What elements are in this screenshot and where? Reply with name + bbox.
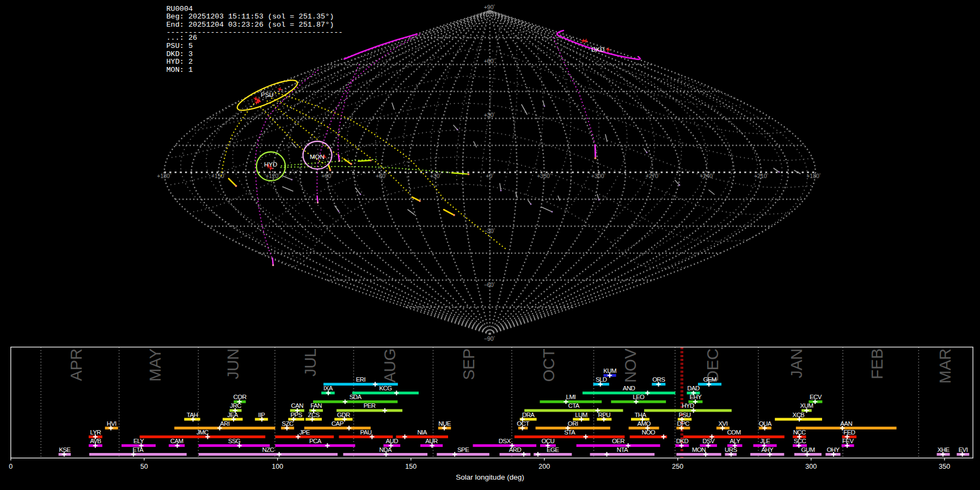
svg-text:MON: 1: MON: 1 xyxy=(167,66,193,74)
svg-text:+60°: +60° xyxy=(376,173,387,179)
svg-text:QUA: QUA xyxy=(759,420,772,427)
svg-text:CAM: CAM xyxy=(170,438,183,444)
svg-text:AAN: AAN xyxy=(840,420,852,427)
svg-text:50: 50 xyxy=(140,463,148,470)
svg-text:LMI: LMI xyxy=(566,394,576,400)
svg-text:STA: STA xyxy=(564,429,575,436)
svg-text:MON: MON xyxy=(310,154,324,160)
svg-text:OHY: OHY xyxy=(826,446,840,453)
svg-text:AUG: AUG xyxy=(381,348,399,383)
svg-text:LEO: LEO xyxy=(633,394,645,400)
svg-text:NTA: NTA xyxy=(617,446,628,453)
svg-text:JEA: JEA xyxy=(228,412,238,418)
svg-text:EVI: EVI xyxy=(959,446,968,453)
svg-text:DPC: DPC xyxy=(677,420,690,427)
svg-text:XHE: XHE xyxy=(938,446,950,453)
svg-text:AHY: AHY xyxy=(761,446,774,453)
svg-text:+30°: +30° xyxy=(430,173,442,179)
svg-text:+90°: +90° xyxy=(321,173,333,179)
svg-text:+180°: +180° xyxy=(157,173,171,179)
svg-text:EHY: EHY xyxy=(689,394,702,400)
svg-text:JLE: JLE xyxy=(760,438,770,444)
svg-text:HYD: HYD xyxy=(264,161,277,168)
svg-text:KUM: KUM xyxy=(603,367,616,374)
svg-text:NZC: NZC xyxy=(262,446,274,453)
svg-text:NDA: NDA xyxy=(379,446,392,453)
svg-text:ETA: ETA xyxy=(132,446,144,453)
svg-text:JPE: JPE xyxy=(299,429,310,436)
svg-text:PAU: PAU xyxy=(360,429,372,436)
svg-text:DSX: DSX xyxy=(499,438,511,444)
svg-text:LUM: LUM xyxy=(575,412,587,418)
svg-text:PSU: 5: PSU: 5 xyxy=(167,42,193,50)
svg-text:ELY: ELY xyxy=(133,438,144,444)
svg-text:+120°: +120° xyxy=(266,173,280,179)
svg-text:SLD: SLD xyxy=(596,376,607,383)
svg-text:ALY: ALY xyxy=(730,438,740,444)
svg-text:+300°: +300° xyxy=(591,173,606,179)
svg-text:JUN: JUN xyxy=(224,348,242,379)
svg-text:XCB: XCB xyxy=(793,412,805,418)
svg-text:GDR: GDR xyxy=(337,412,350,418)
svg-text:+240°: +240° xyxy=(700,173,714,179)
svg-text:FED: FED xyxy=(843,429,855,436)
svg-text:JMC: JMC xyxy=(197,429,209,436)
svg-text:MAY: MAY xyxy=(146,348,164,382)
svg-text:XUM: XUM xyxy=(800,402,813,409)
svg-text:NOO: NOO xyxy=(642,429,656,436)
svg-text:−90°: −90° xyxy=(484,335,495,342)
svg-text:JRC: JRC xyxy=(230,402,241,409)
svg-text:RPU: RPU xyxy=(598,412,611,418)
svg-text:300: 300 xyxy=(805,463,817,470)
svg-text:URS: URS xyxy=(725,446,737,453)
svg-text:SZC: SZC xyxy=(282,420,293,427)
svg-text:NOV: NOV xyxy=(622,348,639,383)
svg-text:NCC: NCC xyxy=(793,429,806,436)
svg-text:KCG: KCG xyxy=(379,385,392,391)
svg-text:PER: PER xyxy=(364,402,376,409)
svg-text:DKD: DKD xyxy=(676,438,689,444)
svg-text:ARI: ARI xyxy=(220,420,230,427)
svg-text:HVI: HVI xyxy=(107,420,117,427)
svg-text:GUM: GUM xyxy=(801,446,814,453)
svg-text:SSG: SSG xyxy=(228,438,241,444)
svg-text:DAD: DAD xyxy=(687,385,700,391)
svg-text:HYD: 2: HYD: 2 xyxy=(167,58,193,66)
svg-text:IIP: IIP xyxy=(258,412,265,418)
svg-text:HYD: HYD xyxy=(682,402,694,409)
svg-text:Beg: 20251203 15:11:53 (sol =: Beg: 20251203 15:11:53 (sol = 251.35°) xyxy=(167,13,334,21)
svg-text:CAN: CAN xyxy=(291,402,304,409)
svg-text:COR: COR xyxy=(234,394,247,400)
svg-text:DRA: DRA xyxy=(522,412,535,418)
svg-text:NIA: NIA xyxy=(417,429,427,436)
svg-text:NUE: NUE xyxy=(438,420,451,427)
svg-text:350: 350 xyxy=(939,463,950,470)
svg-text:ORS: ORS xyxy=(652,376,665,383)
svg-text:DKD: DKD xyxy=(591,46,604,53)
svg-text:SCC: SCC xyxy=(794,438,806,444)
svg-text:Solar longitude (deg): Solar longitude (deg) xyxy=(456,473,524,481)
svg-text:MON: MON xyxy=(692,446,706,453)
svg-text:KSE: KSE xyxy=(59,446,71,453)
svg-text:JAN: JAN xyxy=(788,348,805,378)
svg-text:GEM: GEM xyxy=(703,376,716,383)
svg-text:THA: THA xyxy=(634,412,646,418)
svg-text:PPS: PPS xyxy=(290,412,302,418)
svg-text:+30°: +30° xyxy=(484,112,495,118)
svg-text:LYR: LYR xyxy=(90,429,101,436)
svg-text:SEP: SEP xyxy=(460,348,477,380)
svg-text:ARD: ARD xyxy=(509,446,522,453)
svg-text:PSU: PSU xyxy=(679,412,691,418)
svg-text:TAH: TAH xyxy=(187,412,198,418)
svg-text:IXA: IXA xyxy=(323,385,333,391)
svg-text:AMO: AMO xyxy=(637,420,651,427)
svg-text:+210°: +210° xyxy=(754,173,769,179)
svg-text:FEB: FEB xyxy=(868,348,886,379)
svg-text:−60°: −60° xyxy=(484,281,495,288)
svg-text:AND: AND xyxy=(623,385,635,391)
svg-text:PSU: PSU xyxy=(261,91,274,98)
svg-text:150: 150 xyxy=(405,463,416,470)
svg-text:ERI: ERI xyxy=(356,376,366,383)
svg-text:SPE: SPE xyxy=(457,446,469,453)
svg-text:+330°: +330° xyxy=(537,173,552,179)
